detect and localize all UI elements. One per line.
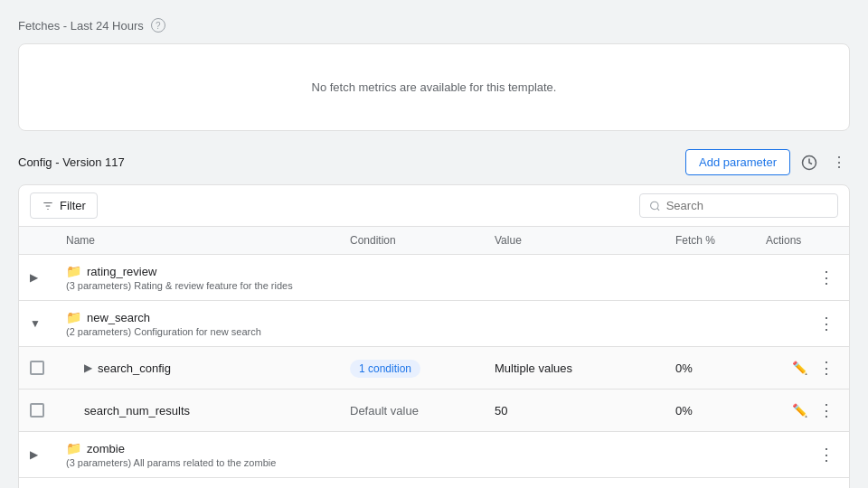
chevron-down-icon[interactable]: ▼	[30, 317, 41, 330]
name-cell-zombie: 📁 zombie (3 parameters) All params relat…	[66, 441, 350, 468]
more-actions-icon[interactable]: ⋮	[815, 399, 838, 422]
param-name: zombie	[87, 442, 125, 455]
param-name: new_search	[87, 311, 150, 324]
filter-button[interactable]: Filter	[30, 192, 98, 219]
config-header: Config - Version 117 Add parameter ⋮	[18, 149, 850, 175]
col-expand	[30, 234, 66, 247]
param-name: search_config	[98, 361, 171, 375]
value-cell: 50	[495, 404, 675, 418]
search-icon	[649, 200, 661, 212]
toolbar: Filter	[19, 185, 849, 227]
config-title: Config - Version 117	[18, 155, 125, 169]
col-name: Name	[66, 234, 350, 247]
more-actions-icon[interactable]: ⋮	[815, 443, 838, 466]
edit-icon[interactable]: ✏️	[788, 357, 811, 379]
fetch-empty-message: No fetch metrics are available for this …	[312, 80, 557, 94]
more-actions-icon[interactable]: ⋮	[815, 312, 838, 335]
chevron-right-icon[interactable]: ▶	[84, 361, 92, 374]
name-cell-search-config: ▶ search_config	[66, 361, 350, 375]
page: Fetches - Last 24 Hours ? No fetch metri…	[0, 0, 868, 488]
name-cell-new-search: 📁 new_search (2 parameters) Configuratio…	[66, 310, 350, 337]
actions-cell: ⋮	[766, 443, 838, 466]
folder-icon: 📁	[66, 264, 81, 278]
table-row: ▶ new_login	[19, 478, 849, 488]
filter-icon	[42, 200, 54, 212]
condition-badge: 1 condition	[350, 360, 420, 378]
fetches-title: Fetches - Last 24 Hours ?	[18, 18, 850, 33]
row-expand-new-search: ▼	[30, 317, 66, 330]
more-icon: ⋮	[832, 154, 846, 171]
config-table: Filter Name Condition Value Fetch % Acti…	[18, 184, 850, 488]
chevron-right-icon[interactable]: ▶	[30, 271, 38, 284]
row-expand-rating: ▶	[30, 271, 66, 284]
row-checkbox[interactable]	[30, 403, 44, 418]
col-condition: Condition	[350, 234, 495, 247]
param-desc: (2 parameters) Configuration for new sea…	[66, 326, 261, 337]
fetch-empty-card: No fetch metrics are available for this …	[18, 43, 850, 131]
config-actions: Add parameter ⋮	[685, 149, 850, 175]
history-icon-button[interactable]	[797, 151, 821, 174]
table-row: ▶ 📁 zombie (3 parameters) All params rel…	[19, 432, 849, 478]
edit-icon[interactable]: ✏️	[788, 399, 811, 421]
table-header: Name Condition Value Fetch % Actions	[19, 227, 849, 255]
more-actions-icon[interactable]: ⋮	[815, 356, 838, 380]
param-name: search_num_results	[84, 404, 190, 418]
condition-default: Default value	[350, 404, 419, 418]
add-parameter-button[interactable]: Add parameter	[685, 149, 790, 175]
search-input[interactable]	[666, 199, 828, 212]
row-checkbox[interactable]	[30, 361, 44, 375]
more-actions-icon[interactable]: ⋮	[815, 266, 838, 289]
name-cell-search-num-results: search_num_results	[66, 404, 350, 418]
checkbox-cell	[30, 361, 66, 375]
fetch-pct-cell: 0%	[675, 361, 766, 375]
col-fetch-pct: Fetch %	[675, 234, 766, 247]
search-box[interactable]	[639, 193, 838, 218]
checkbox-cell	[30, 403, 66, 418]
table-row: ▶ search_config 1 condition Multiple val…	[19, 347, 849, 389]
table-row: search_num_results Default value 50 0% ✏…	[19, 389, 849, 432]
row-expand-zombie: ▶	[30, 448, 66, 461]
fetch-pct-cell: 0%	[675, 404, 766, 418]
condition-cell: Default value	[350, 404, 495, 418]
fetches-title-text: Fetches - Last 24 Hours	[18, 19, 144, 33]
folder-icon: 📁	[66, 310, 81, 324]
param-name: rating_review	[87, 265, 156, 278]
col-actions: Actions	[766, 234, 838, 247]
table-row: ▶ 📁 rating_review (3 parameters) Rating …	[19, 255, 849, 301]
actions-cell: ✏️ ⋮	[766, 399, 838, 422]
condition-cell: 1 condition	[350, 361, 495, 375]
param-desc: (3 parameters) All params related to the…	[66, 457, 276, 468]
param-desc: (3 parameters) Rating & review feature f…	[66, 280, 293, 291]
actions-cell: ✏️ ⋮	[766, 356, 838, 380]
table-row: ▼ 📁 new_search (2 parameters) Configurat…	[19, 301, 849, 347]
fetches-info-icon[interactable]: ?	[151, 18, 165, 33]
chevron-right-icon[interactable]: ▶	[30, 448, 38, 461]
filter-label: Filter	[60, 199, 86, 212]
value-cell: Multiple values	[495, 361, 675, 375]
actions-cell: ⋮	[766, 266, 838, 289]
more-options-button[interactable]: ⋮	[828, 150, 850, 174]
name-cell-rating: 📁 rating_review (3 parameters) Rating & …	[66, 264, 350, 291]
col-value: Value	[495, 234, 675, 247]
folder-icon: 📁	[66, 441, 81, 455]
actions-cell: ⋮	[766, 312, 838, 335]
svg-point-4	[651, 202, 658, 209]
svg-line-5	[657, 208, 659, 210]
